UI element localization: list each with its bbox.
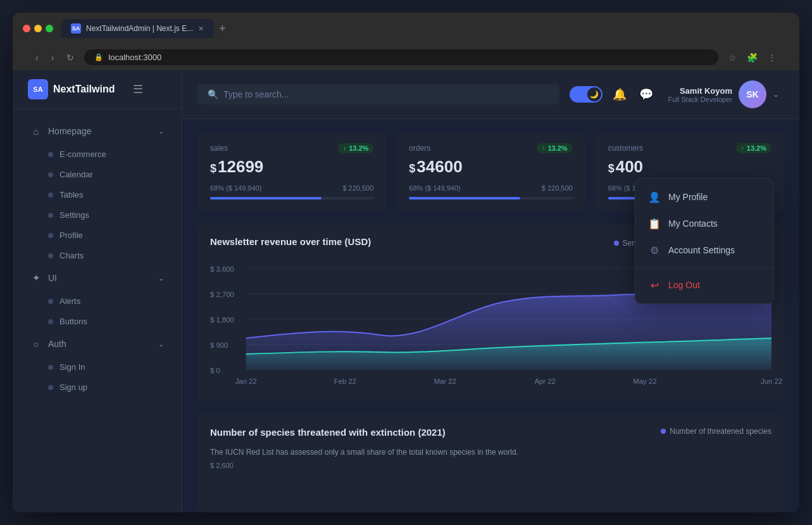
browser-actions: ☆ 🧩 ⋮ [726,50,779,65]
tab-label: NextTailwindAdmin | Next.js E... [86,24,193,33]
my-contacts-label: My Contacts [668,218,718,229]
logout-icon: ↩ [648,279,661,291]
avatar-initials: SK [746,89,758,99]
sidebar-item-homepage[interactable]: ⌂ Homepage ⌄ [18,119,177,143]
extensions-button[interactable]: 🧩 [744,50,760,65]
notifications-button[interactable]: 🔔 [610,85,629,104]
sub-dot-icon [48,213,53,218]
sidebar: SA NextTailwind ☰ ⌂ Homepage ⌄ E-commerc… [13,70,182,512]
dropdown-item-account-settings[interactable]: ⚙ Account Settings [635,237,773,263]
sub-dot-icon [48,253,53,258]
chart-title-2: Number of species threatened with extinc… [210,427,518,438]
stat-footer-left: 68% ($ 149,940) [210,184,261,192]
tab-close-button[interactable]: ✕ [198,25,204,33]
sidebar-item-charts[interactable]: Charts [18,246,177,265]
dropdown-item-my-contacts[interactable]: 📋 My Contacts [635,210,773,237]
sub-dot-icon [48,193,53,198]
stat-footer: 68% ($ 149,940) $ 220,500 [409,184,572,192]
svg-text:$ 3,600: $ 3,600 [210,265,234,273]
sub-dot-icon [48,233,53,238]
nav-label-charts: Charts [59,251,84,260]
dropdown-item-logout[interactable]: ↩ Log Out [635,272,773,298]
menu-button[interactable]: ⋮ [765,50,779,65]
sidebar-item-profile[interactable]: Profile [18,225,177,245]
svg-text:Mar 22: Mar 22 [434,377,456,385]
search-icon: 🔍 [208,89,218,99]
search-placeholder: Type to search... [223,89,289,99]
refresh-button[interactable]: ↻ [64,50,77,65]
home-icon: ⌂ [30,125,42,137]
sidebar-item-buttons[interactable]: Buttons [18,312,177,331]
logo-text: NextTailwind [53,84,115,95]
stat-value: $34600 [409,157,572,177]
ui-icon: ✦ [30,272,42,284]
stat-badge: ↑ 13.2% [736,143,771,153]
sub-dot-icon [48,152,53,157]
chart-title: Newsletter revenue over time (USD) [210,236,371,247]
badge-value: 13.2% [547,144,567,152]
url-display: localhost:3000 [108,53,161,62]
stat-footer-right: $ 220,500 [542,184,573,192]
avatar: SK [739,80,766,108]
logo-area: SA NextTailwind [28,79,115,99]
sidebar-item-alerts[interactable]: Alerts [18,291,177,311]
sidebar-item-signup[interactable]: Sign up [18,377,177,397]
dropdown-item-my-profile[interactable]: 👤 My Profile [635,184,773,210]
stat-card-sales: sales ↑ 13.2% $12699 68% ($ 149,940) $ 2… [197,132,386,211]
sidebar-item-ui[interactable]: ✦ UI ⌄ [18,266,177,290]
chart-area-2: $ 2,600 [210,462,771,500]
sidebar-item-calendar[interactable]: Calendar [18,165,177,184]
stat-badge: ↑ 13.2% [537,143,572,153]
sidebar-item-auth[interactable]: ○ Auth ⌄ [18,332,177,356]
bookmark-button[interactable]: ☆ [726,50,739,65]
traffic-lights [23,25,53,32]
back-button[interactable]: ‹ [33,50,41,65]
nav-label-buttons: Buttons [59,317,87,326]
sub-dot-icon [48,385,53,390]
browser-tab[interactable]: SA NextTailwindAdmin | Next.js E... ✕ [61,19,214,38]
toggle-knob: 🌙 [587,87,601,101]
stat-value: $400 [608,157,771,177]
stat-progress-fill [409,197,520,199]
search-bar[interactable]: 🔍 Type to search... [197,84,559,104]
account-settings-label: Account Settings [668,245,735,255]
minimize-button[interactable] [34,25,42,32]
sidebar-item-ecommerce[interactable]: E-commerce [18,144,177,164]
user-area[interactable]: Samit Koyom Full Stack Developer SK ⌄ [663,78,785,111]
chart-legend-2: Number of threatened species [661,427,771,436]
contacts-icon: 📋 [648,217,661,230]
dark-mode-toggle[interactable]: 🌙 [570,86,603,103]
user-info: Samit Koyom Full Stack Developer [668,86,733,103]
chevron-down-icon: ⌄ [158,127,164,136]
maximize-button[interactable] [46,25,53,32]
close-button[interactable] [23,25,30,32]
sidebar-item-signin[interactable]: Sign In [18,357,177,377]
arrow-up-icon: ↑ [343,145,346,152]
sidebar-item-settings[interactable]: Settings [18,205,177,225]
sub-dot-icon [48,319,53,324]
chart-subtitle: The IUCN Red List has assessed only a sm… [210,448,518,457]
address-bar[interactable]: 🔒 localhost:3000 [84,49,718,65]
nav-label-ui: UI [48,273,57,283]
svg-text:$ 1,800: $ 1,800 [210,316,234,324]
user-name: Samit Koyom [668,86,733,96]
y-label: $ 2,600 [210,462,234,469]
badge-value: 13.2% [747,144,766,152]
new-tab-button[interactable]: + [214,20,231,38]
chevron-down-icon: ⌄ [158,340,164,348]
legend-dot [614,241,619,246]
sub-dot-icon [48,365,53,370]
nav-label-alerts: Alerts [59,296,80,306]
header-actions: 🌙 🔔 💬 Samit Koyom Full Stack Developer S… [570,78,785,111]
arrow-up-icon: ↑ [741,145,744,152]
dropdown-menu: 👤 My Profile 📋 My Contacts ⚙ Account Set… [635,178,774,304]
hamburger-button[interactable]: ☰ [130,80,146,99]
nav-label-ecommerce: E-commerce [59,149,106,159]
tab-favicon: SA [71,23,81,34]
nav-label-calendar: Calendar [59,170,93,179]
nav-label-signup: Sign up [59,383,87,392]
app-header: SA NextTailwind ☰ [13,70,182,109]
sidebar-item-tables[interactable]: Tables [18,185,177,205]
forward-button[interactable]: › [49,50,57,65]
messages-button[interactable]: 💬 [637,85,656,104]
